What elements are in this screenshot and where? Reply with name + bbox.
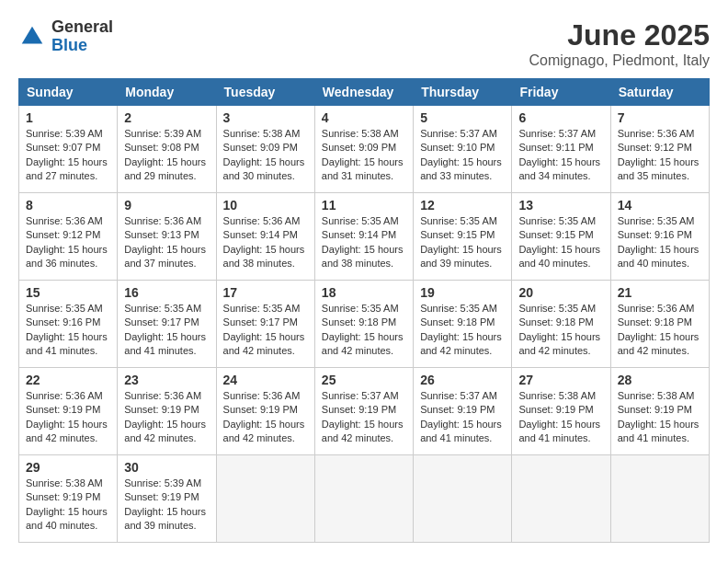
calendar-week-row: 22 Sunrise: 5:36 AM Sunset: 9:19 PM Dayl…	[19, 368, 710, 455]
day-number: 6	[518, 110, 603, 125]
calendar-header-row: Sunday Monday Tuesday Wednesday Thursday…	[19, 79, 710, 106]
calendar-week-row: 29 Sunrise: 5:38 AM Sunset: 9:19 PM Dayl…	[19, 455, 710, 543]
table-row: 7 Sunrise: 5:36 AM Sunset: 9:12 PM Dayli…	[610, 106, 709, 193]
day-info: Sunrise: 5:36 AM Sunset: 9:18 PM Dayligh…	[618, 302, 702, 359]
day-number: 21	[618, 285, 702, 300]
day-number: 28	[618, 373, 702, 387]
table-row: 11 Sunrise: 5:35 AM Sunset: 9:14 PM Dayl…	[314, 193, 413, 281]
table-row: 28 Sunrise: 5:38 AM Sunset: 9:19 PM Dayl…	[610, 368, 709, 455]
day-info: Sunrise: 5:37 AM Sunset: 9:10 PM Dayligh…	[420, 127, 505, 184]
table-row: 10 Sunrise: 5:36 AM Sunset: 9:14 PM Dayl…	[216, 193, 314, 281]
day-number: 13	[518, 198, 603, 213]
calendar-week-row: 15 Sunrise: 5:35 AM Sunset: 9:16 PM Dayl…	[19, 281, 710, 368]
day-info: Sunrise: 5:38 AM Sunset: 9:09 PM Dayligh…	[322, 127, 406, 184]
calendar-week-row: 8 Sunrise: 5:36 AM Sunset: 9:12 PM Dayli…	[19, 193, 710, 281]
col-sunday: Sunday	[19, 79, 118, 106]
day-info: Sunrise: 5:35 AM Sunset: 9:18 PM Dayligh…	[322, 302, 406, 359]
day-info: Sunrise: 5:35 AM Sunset: 9:15 PM Dayligh…	[420, 214, 505, 271]
day-info: Sunrise: 5:35 AM Sunset: 9:17 PM Dayligh…	[223, 302, 308, 359]
day-number: 15	[26, 285, 110, 300]
day-info: Sunrise: 5:36 AM Sunset: 9:19 PM Dayligh…	[26, 389, 110, 446]
title-area: June 2025 Comignago, Piedmont, Italy	[529, 18, 710, 69]
table-row: 5 Sunrise: 5:37 AM Sunset: 9:10 PM Dayli…	[414, 106, 512, 193]
day-info: Sunrise: 5:35 AM Sunset: 9:18 PM Dayligh…	[420, 302, 505, 359]
day-info: Sunrise: 5:38 AM Sunset: 9:19 PM Dayligh…	[618, 389, 702, 446]
day-info: Sunrise: 5:37 AM Sunset: 9:11 PM Dayligh…	[518, 127, 603, 184]
day-info: Sunrise: 5:36 AM Sunset: 9:19 PM Dayligh…	[124, 389, 209, 446]
day-info: Sunrise: 5:36 AM Sunset: 9:12 PM Dayligh…	[26, 214, 110, 271]
table-row: 18 Sunrise: 5:35 AM Sunset: 9:18 PM Dayl…	[314, 281, 413, 368]
col-thursday: Thursday	[414, 79, 512, 106]
day-number: 29	[26, 460, 110, 475]
calendar: Sunday Monday Tuesday Wednesday Thursday…	[18, 78, 710, 543]
table-row	[512, 455, 610, 543]
day-number: 2	[124, 110, 209, 125]
day-number: 20	[518, 285, 603, 300]
table-row: 6 Sunrise: 5:37 AM Sunset: 9:11 PM Dayli…	[512, 106, 610, 193]
logo-general: General	[51, 18, 113, 37]
day-number: 9	[124, 198, 209, 213]
table-row	[414, 455, 512, 543]
table-row: 19 Sunrise: 5:35 AM Sunset: 9:18 PM Dayl…	[414, 281, 512, 368]
table-row: 8 Sunrise: 5:36 AM Sunset: 9:12 PM Dayli…	[19, 193, 118, 281]
table-row: 15 Sunrise: 5:35 AM Sunset: 9:16 PM Dayl…	[19, 281, 118, 368]
day-info: Sunrise: 5:38 AM Sunset: 9:19 PM Dayligh…	[26, 477, 110, 534]
table-row	[314, 455, 413, 543]
day-number: 30	[124, 460, 209, 475]
table-row: 29 Sunrise: 5:38 AM Sunset: 9:19 PM Dayl…	[19, 455, 118, 543]
day-info: Sunrise: 5:39 AM Sunset: 9:19 PM Dayligh…	[124, 477, 209, 534]
table-row: 16 Sunrise: 5:35 AM Sunset: 9:17 PM Dayl…	[118, 281, 216, 368]
day-number: 7	[618, 110, 702, 125]
day-info: Sunrise: 5:38 AM Sunset: 9:19 PM Dayligh…	[518, 389, 603, 446]
table-row: 27 Sunrise: 5:38 AM Sunset: 9:19 PM Dayl…	[512, 368, 610, 455]
table-row: 4 Sunrise: 5:38 AM Sunset: 9:09 PM Dayli…	[314, 106, 413, 193]
location-title: Comignago, Piedmont, Italy	[529, 52, 710, 69]
day-number: 11	[322, 198, 406, 213]
table-row: 2 Sunrise: 5:39 AM Sunset: 9:08 PM Dayli…	[118, 106, 216, 193]
day-number: 23	[124, 373, 209, 387]
day-number: 24	[223, 373, 308, 387]
day-info: Sunrise: 5:35 AM Sunset: 9:14 PM Dayligh…	[322, 214, 406, 271]
header-area: General Blue June 2025 Comignago, Piedmo…	[18, 18, 710, 69]
logo: General Blue	[18, 18, 113, 55]
col-wednesday: Wednesday	[314, 79, 413, 106]
col-friday: Friday	[512, 79, 610, 106]
table-row: 22 Sunrise: 5:36 AM Sunset: 9:19 PM Dayl…	[19, 368, 118, 455]
day-info: Sunrise: 5:35 AM Sunset: 9:16 PM Dayligh…	[618, 214, 702, 271]
day-info: Sunrise: 5:35 AM Sunset: 9:18 PM Dayligh…	[518, 302, 603, 359]
col-tuesday: Tuesday	[216, 79, 314, 106]
day-number: 18	[322, 285, 406, 300]
table-row: 1 Sunrise: 5:39 AM Sunset: 9:07 PM Dayli…	[19, 106, 118, 193]
day-number: 3	[223, 110, 308, 125]
day-number: 16	[124, 285, 209, 300]
day-number: 26	[420, 373, 505, 387]
table-row: 17 Sunrise: 5:35 AM Sunset: 9:17 PM Dayl…	[216, 281, 314, 368]
day-info: Sunrise: 5:37 AM Sunset: 9:19 PM Dayligh…	[322, 389, 406, 446]
col-saturday: Saturday	[610, 79, 709, 106]
table-row: 26 Sunrise: 5:37 AM Sunset: 9:19 PM Dayl…	[414, 368, 512, 455]
table-row	[216, 455, 314, 543]
day-number: 8	[26, 198, 110, 213]
month-title: June 2025	[529, 18, 710, 52]
table-row: 20 Sunrise: 5:35 AM Sunset: 9:18 PM Dayl…	[512, 281, 610, 368]
day-number: 22	[26, 373, 110, 387]
table-row: 30 Sunrise: 5:39 AM Sunset: 9:19 PM Dayl…	[118, 455, 216, 543]
day-info: Sunrise: 5:38 AM Sunset: 9:09 PM Dayligh…	[223, 127, 308, 184]
day-number: 25	[322, 373, 406, 387]
table-row: 25 Sunrise: 5:37 AM Sunset: 9:19 PM Dayl…	[314, 368, 413, 455]
day-number: 17	[223, 285, 308, 300]
day-info: Sunrise: 5:35 AM Sunset: 9:15 PM Dayligh…	[518, 214, 603, 271]
logo-blue: Blue	[51, 37, 113, 55]
table-row: 3 Sunrise: 5:38 AM Sunset: 9:09 PM Dayli…	[216, 106, 314, 193]
calendar-week-row: 1 Sunrise: 5:39 AM Sunset: 9:07 PM Dayli…	[19, 106, 710, 193]
day-info: Sunrise: 5:36 AM Sunset: 9:14 PM Dayligh…	[223, 214, 308, 271]
svg-marker-0	[22, 27, 43, 44]
day-number: 10	[223, 198, 308, 213]
table-row: 12 Sunrise: 5:35 AM Sunset: 9:15 PM Dayl…	[414, 193, 512, 281]
day-info: Sunrise: 5:37 AM Sunset: 9:19 PM Dayligh…	[420, 389, 505, 446]
table-row: 21 Sunrise: 5:36 AM Sunset: 9:18 PM Dayl…	[610, 281, 709, 368]
day-number: 27	[518, 373, 603, 387]
day-number: 5	[420, 110, 505, 125]
day-number: 1	[26, 110, 110, 125]
day-number: 4	[322, 110, 406, 125]
